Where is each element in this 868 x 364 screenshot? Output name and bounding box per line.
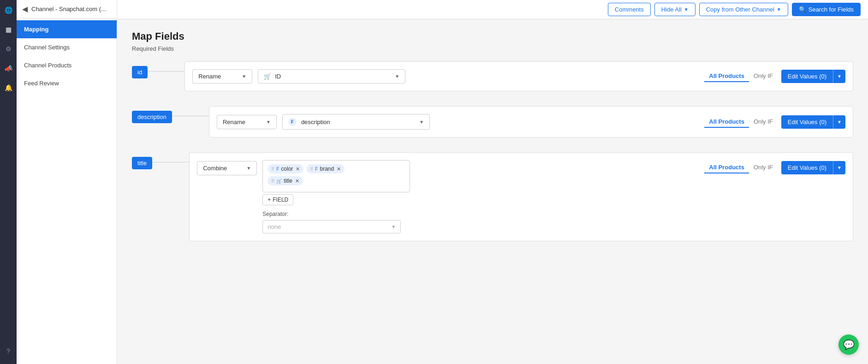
hide-all-label: Hide All xyxy=(661,6,682,13)
source-dropdown-id[interactable]: 🛒 ID ▼ xyxy=(258,69,405,84)
search-fields-button[interactable]: 🔍 Search for Fields xyxy=(792,3,861,16)
f-icon-brand: F xyxy=(315,167,318,172)
copy-from-other-label: Copy from Other Channel xyxy=(706,6,774,13)
sidebar-item-feed-review[interactable]: Feed Review xyxy=(17,74,117,92)
field-card-id: Rename ▼ 🛒 ID ▼ All Products Only IF xyxy=(184,61,853,91)
field-row-description: description Rename ▼ F description ▼ xyxy=(132,106,853,137)
edit-values-caret-description[interactable]: ▼ xyxy=(833,115,845,129)
field-actions-id: All Products Only IF Edit Values (0) ▼ xyxy=(704,70,845,83)
chip-row-title: ⠿ F color ✕ ⠿ F brand ✕ xyxy=(268,164,405,173)
chip-remove-title[interactable]: ✕ xyxy=(295,178,299,184)
tab-group-title: All Products Only IF xyxy=(704,162,777,173)
combine-chips-container: ⠿ F color ✕ ⠿ F brand ✕ xyxy=(262,160,410,192)
chip-remove-brand[interactable]: ✕ xyxy=(337,166,341,172)
field-actions-title: All Products Only IF Edit Values (0) ▼ xyxy=(704,161,845,174)
search-icon: 🔍 xyxy=(799,6,806,13)
f-icon-description: F xyxy=(288,118,297,126)
chip-title: ⠿ 🛒 title ✕ xyxy=(268,176,303,185)
sidebar-item-channel-settings[interactable]: Channel Settings xyxy=(17,38,117,56)
separator-dropdown[interactable]: none ▼ xyxy=(262,220,401,233)
drag-handle-brand[interactable]: ⠿ xyxy=(310,167,313,172)
tab-all-products-id[interactable]: All Products xyxy=(704,71,749,82)
action-label-description: Rename xyxy=(223,119,245,125)
chip-label-color: color xyxy=(281,166,293,172)
edit-values-caret-id[interactable]: ▼ xyxy=(833,70,845,83)
sidebar-item-mapping[interactable]: Mapping xyxy=(17,20,117,38)
separator-value: none xyxy=(268,223,281,230)
chip-remove-color[interactable]: ✕ xyxy=(296,166,300,172)
separator-label: Separator: xyxy=(262,211,410,217)
copy-from-other-button[interactable]: Copy from Other Channel ▼ xyxy=(699,3,788,16)
add-field-button[interactable]: + FIELD xyxy=(262,194,293,205)
field-card-row-title: Combine ▼ ⠿ F color ✕ xyxy=(197,160,845,233)
field-connector-title xyxy=(152,162,189,162)
tab-only-if-id[interactable]: Only IF xyxy=(749,71,778,82)
field-row-title: title Combine ▼ ⠿ F c xyxy=(132,152,853,241)
add-field-label: FIELD xyxy=(273,197,288,203)
chat-fab-button[interactable]: 💬 xyxy=(838,334,859,355)
source-label-id: ID xyxy=(275,73,281,80)
section-label: Required Fields xyxy=(132,45,853,52)
chat-icon: 💬 xyxy=(843,339,855,350)
drag-handle-color[interactable]: ⠿ xyxy=(271,167,274,172)
tab-group-description: All Products Only IF xyxy=(704,116,777,128)
search-fields-label: Search for Fields xyxy=(809,6,854,13)
sidebar-channel-title: Channel - Snapchat.com (... xyxy=(31,6,106,12)
hide-all-button[interactable]: Hide All ▼ xyxy=(654,3,696,16)
chip-brand: ⠿ F brand ✕ xyxy=(306,164,345,173)
gear-icon[interactable]: ⚙ xyxy=(3,43,14,54)
action-dropdown-title[interactable]: Combine ▼ xyxy=(197,161,257,175)
field-tag-id: id xyxy=(132,66,148,78)
sidebar-nav: Mapping Channel Settings Channel Product… xyxy=(17,18,117,92)
drag-handle-title[interactable]: ⠿ xyxy=(271,179,274,184)
action-caret-title: ▼ xyxy=(246,166,251,171)
megaphone-icon[interactable]: 📣 xyxy=(3,63,14,74)
action-label-title: Combine xyxy=(203,165,227,172)
tab-all-products-description[interactable]: All Products xyxy=(704,116,749,128)
topbar: Comments Hide All ▼ Copy from Other Chan… xyxy=(117,0,868,19)
field-tag-description: description xyxy=(132,111,172,123)
combine-area-title: ⠿ F color ✕ ⠿ F brand ✕ xyxy=(262,160,410,233)
field-card-row-id: Rename ▼ 🛒 ID ▼ All Products Only IF xyxy=(192,69,845,84)
sidebar-back-button[interactable]: ◀ xyxy=(22,5,28,13)
sidebar-header: ◀ Channel - Snapchat.com (... xyxy=(17,0,117,18)
f-icon-color: F xyxy=(276,167,279,172)
chip-label-title: title xyxy=(284,178,292,184)
field-card-description: Rename ▼ F description ▼ All Products On… xyxy=(209,106,853,137)
edit-values-button-title[interactable]: Edit Values (0) xyxy=(781,161,833,174)
field-connector-description xyxy=(172,116,209,116)
separator-caret: ▼ xyxy=(391,224,396,229)
content-area: Map Fields Required Fields id Rename ▼ 🛒… xyxy=(117,19,868,364)
edit-btn-group-id: Edit Values (0) ▼ xyxy=(781,70,845,83)
source-dropdown-description[interactable]: F description ▼ xyxy=(282,114,430,130)
edit-values-button-description[interactable]: Edit Values (0) xyxy=(781,115,833,129)
comments-label: Comments xyxy=(615,6,644,13)
action-caret-id: ▼ xyxy=(242,74,246,79)
action-dropdown-description[interactable]: Rename ▼ xyxy=(217,115,277,129)
edit-btn-group-title: Edit Values (0) ▼ xyxy=(781,161,845,174)
chip-label-brand: brand xyxy=(320,166,334,172)
plus-icon: + xyxy=(268,197,271,203)
tab-only-if-title[interactable]: Only IF xyxy=(749,162,778,173)
tab-all-products-title[interactable]: All Products xyxy=(704,162,749,173)
source-caret-id: ▼ xyxy=(395,74,399,79)
action-dropdown-id[interactable]: Rename ▼ xyxy=(192,69,252,84)
sidebar-item-channel-products[interactable]: Channel Products xyxy=(17,56,117,74)
edit-btn-group-description: Edit Values (0) ▼ xyxy=(781,115,845,129)
globe-icon[interactable]: 🌐 xyxy=(3,5,14,16)
sidebar: ◀ Channel - Snapchat.com (... Mapping Ch… xyxy=(17,0,117,364)
main-panel: Comments Hide All ▼ Copy from Other Chan… xyxy=(117,0,868,364)
page-title: Map Fields xyxy=(132,30,853,42)
help-icon[interactable]: ? xyxy=(3,346,14,357)
hide-all-caret: ▼ xyxy=(684,7,689,12)
chip-color: ⠿ F color ✕ xyxy=(268,164,303,173)
edit-values-button-id[interactable]: Edit Values (0) xyxy=(781,70,833,83)
grid-icon[interactable]: ▦ xyxy=(3,24,14,35)
cart-icon-id: 🛒 xyxy=(264,73,271,80)
separator-section: Separator: none ▼ xyxy=(262,211,410,233)
tab-only-if-description[interactable]: Only IF xyxy=(749,116,778,128)
bell-icon[interactable]: 🔔 xyxy=(3,82,14,93)
edit-values-caret-title[interactable]: ▼ xyxy=(833,161,845,174)
comments-button[interactable]: Comments xyxy=(608,3,651,16)
chip-row-title-2: ⠿ 🛒 title ✕ xyxy=(268,176,405,185)
